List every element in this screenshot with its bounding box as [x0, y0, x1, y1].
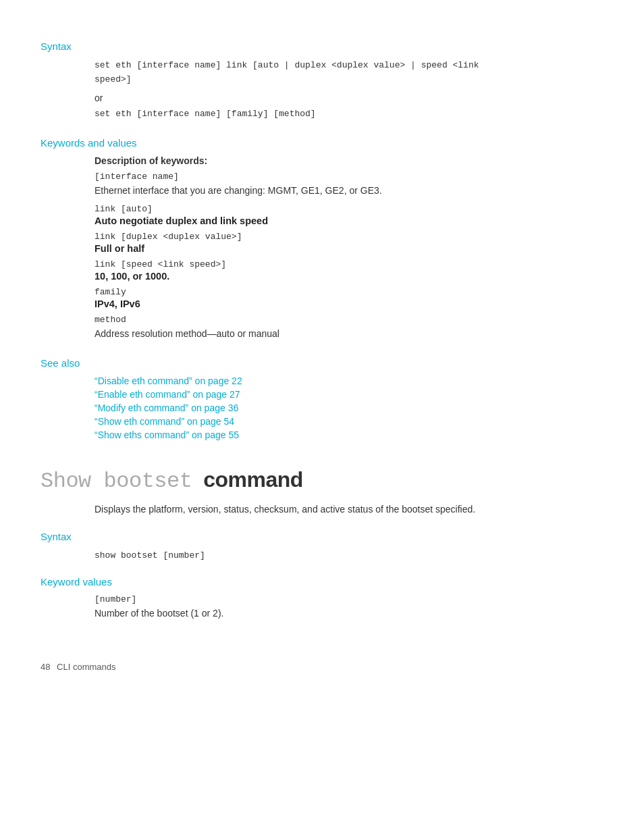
kw5-desc: IPv4, IPv6: [95, 298, 603, 309]
kw4-code: link [speed <link speed>]: [95, 259, 603, 269]
syntax-heading-1: Syntax: [41, 41, 603, 52]
bootset-description: Displays the platform, version, status, …: [95, 502, 603, 517]
kw6-desc: Address resolution method—auto or manual: [95, 326, 603, 341]
see-also-link-2[interactable]: “Enable eth command” on page 27: [95, 389, 603, 400]
syntax-code-2: show bootset [number]: [95, 549, 603, 563]
see-also-links: “Disable eth command” on page 22 “Enable…: [41, 375, 603, 440]
footer-page-number: 48: [41, 662, 50, 672]
footer-section-name: CLI commands: [57, 662, 115, 672]
syntax-heading-2: Syntax: [41, 531, 603, 542]
kw1-code: [interface name]: [95, 172, 603, 182]
page-footer: 48 CLI commands: [41, 662, 603, 672]
see-also-link-3[interactable]: “Modify eth command” on page 36: [95, 402, 603, 413]
section-title-bold: command: [198, 467, 303, 492]
kw5-code: family: [95, 287, 603, 297]
kw2-code: link [auto]: [95, 204, 603, 214]
kw2-desc: Auto negotiate duplex and link speed: [95, 215, 603, 226]
kw-bootset-code: [number]: [95, 594, 603, 604]
keywords-heading: Keywords and values: [41, 137, 603, 149]
keywords-intro: Description of keywords:: [95, 155, 603, 166]
kw1-desc: Ethernet interface that you are changing…: [95, 183, 603, 198]
syntax-code-1a: set eth [interface name] link [auto | du…: [95, 59, 603, 87]
syntax-code-1b: set eth [interface name] [family] [metho…: [95, 107, 603, 122]
keyword-values-heading: Keyword values: [41, 576, 603, 588]
see-also-link-5[interactable]: “Show eths command” on page 55: [95, 429, 603, 440]
kw6-code: method: [95, 315, 603, 325]
section-title-mono: Show bootset: [41, 469, 192, 494]
see-also-link-4[interactable]: “Show eth command” on page 54: [95, 416, 603, 427]
or-text: or: [95, 93, 603, 103]
kw4-desc: 10, 100, or 1000.: [95, 271, 603, 282]
kw-bootset-desc: Number of the bootset (1 or 2).: [95, 606, 603, 621]
see-also-link-1[interactable]: “Disable eth command” on page 22: [95, 375, 603, 386]
kw3-code: link [duplex <duplex value>]: [95, 232, 603, 242]
kw3-desc: Full or half: [95, 243, 603, 254]
see-also-heading: See also: [41, 357, 603, 369]
section-title-bootset: Show bootset command: [41, 467, 603, 494]
